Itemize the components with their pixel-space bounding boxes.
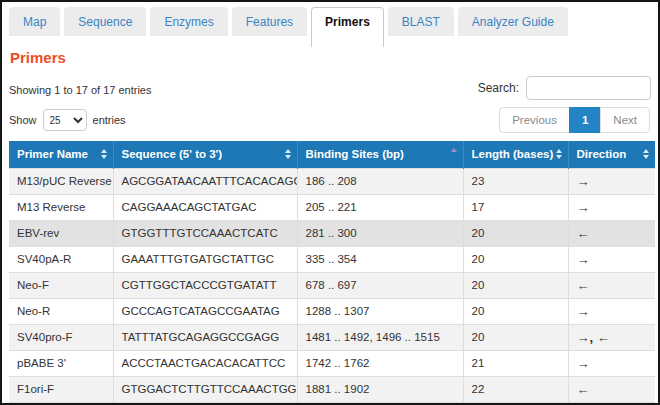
cell-sequence: TATTTATGCAGAGGCCGAGG xyxy=(113,324,297,350)
cell-primer-name: Neo-F xyxy=(9,272,113,298)
tab-map[interactable]: Map xyxy=(9,7,60,36)
cell-direction: ← xyxy=(568,220,655,246)
table-row[interactable]: SV40pro-FTATTTATGCAGAGGCCGAGG1481 .. 149… xyxy=(9,324,655,350)
table-row[interactable]: Neo-RGCCCAGTCATAGCCGAATAG1288 .. 130720→ xyxy=(9,298,655,324)
previous-page-button[interactable]: Previous xyxy=(499,107,570,133)
cell-sequence: GCCCAGTCATAGCCGAATAG xyxy=(113,298,297,324)
column-label: Sequence (5' to 3') xyxy=(122,148,223,160)
cell-direction: → xyxy=(568,350,655,376)
cell-direction: → xyxy=(568,168,655,194)
page-1-button[interactable]: 1 xyxy=(569,107,601,133)
table-row[interactable]: M13 ReverseCAGGAAACAGCTATGAC205 .. 22117… xyxy=(9,194,655,220)
cell-length: 17 xyxy=(463,194,568,220)
cell-primer-name: F1ori-F xyxy=(9,376,113,402)
tab-enzymes[interactable]: Enzymes xyxy=(150,7,227,36)
cell-primer-name: M13 Reverse xyxy=(9,194,113,220)
cell-binding-sites: 1742 .. 1762 xyxy=(297,350,463,376)
cell-direction: ← xyxy=(568,272,655,298)
cell-binding-sites: 186 .. 208 xyxy=(297,168,463,194)
cell-length: 20 xyxy=(463,272,568,298)
table-row[interactable]: F1ori-FGTGGACTCTTGTTCCAAACTGG1881 .. 190… xyxy=(9,376,655,402)
column-header-primer-name[interactable]: Primer Name xyxy=(9,141,113,168)
cell-sequence: CGTTGGCTACCCGTGATATT xyxy=(113,272,297,298)
page-title: Primers xyxy=(10,49,651,66)
tab-primers[interactable]: Primers xyxy=(311,7,384,47)
cell-length: 23 xyxy=(463,168,568,194)
table-row[interactable]: Neo-FCGTTGGCTACCCGTGATATT678 .. 69720← xyxy=(9,272,655,298)
cell-direction: →, ← xyxy=(568,324,655,350)
column-label: Direction xyxy=(577,148,627,160)
cell-length: 20 xyxy=(463,298,568,324)
cell-sequence: CAGGAAACAGCTATGAC xyxy=(113,194,297,220)
search-input[interactable] xyxy=(526,76,651,100)
cell-primer-name: EBV-rev xyxy=(9,220,113,246)
primers-table-body: M13/pUC ReverseAGCGGATAACAATTTCACACAGG18… xyxy=(9,168,655,405)
cell-binding-sites: 678 .. 697 xyxy=(297,272,463,298)
cell-direction: → xyxy=(568,298,655,324)
sort-icon xyxy=(285,149,291,159)
table-row[interactable]: pBABE 3'ACCCTAACTGACACACATTCC1742 .. 176… xyxy=(9,350,655,376)
tab-features[interactable]: Features xyxy=(232,7,307,36)
cell-sequence: GTGGTTTGTCCAAACTCATC xyxy=(113,220,297,246)
tab-analyzer-guide[interactable]: Analyzer Guide xyxy=(458,7,568,36)
cell-binding-sites: 1481 .. 1492, 1496 .. 1515 xyxy=(297,324,463,350)
entries-label: entries xyxy=(93,114,126,126)
cell-length: 20 xyxy=(463,324,568,350)
cell-primer-name: Neo-R xyxy=(9,298,113,324)
cell-binding-sites: 1288 .. 1307 xyxy=(297,298,463,324)
entries-info: Showing 1 to 17 of 17 entries xyxy=(9,84,151,96)
analyzer-window: MapSequenceEnzymesFeaturesPrimersBLASTAn… xyxy=(0,0,660,405)
column-header-direction[interactable]: Direction xyxy=(568,141,655,168)
sort-asc-icon xyxy=(451,148,457,158)
cell-binding-sites: 335 .. 354 xyxy=(297,246,463,272)
sort-icon xyxy=(643,149,649,159)
cell-binding-sites: 205 .. 221 xyxy=(297,194,463,220)
cell-primer-name: M13/pUC Reverse xyxy=(9,168,113,194)
cell-length: 20 xyxy=(463,220,568,246)
cell-binding-sites: 281 .. 300 xyxy=(297,220,463,246)
cell-direction: → xyxy=(568,194,655,220)
column-header-sequence[interactable]: Sequence (5' to 3') xyxy=(113,141,297,168)
column-header-binding-sites[interactable]: Binding Sites (bp) xyxy=(297,141,463,168)
column-header-length[interactable]: Length (bases) xyxy=(463,141,568,168)
show-label: Show xyxy=(9,114,37,126)
sort-icon xyxy=(101,149,107,159)
next-page-button[interactable]: Next xyxy=(600,107,650,133)
cell-sequence: GTGGACTCTTGTTCCAAACTGG xyxy=(113,376,297,402)
cell-direction: ← xyxy=(568,376,655,402)
cell-binding-sites: 1881 .. 1902 xyxy=(297,376,463,402)
pagination: Previous 1 Next xyxy=(500,107,650,133)
table-row[interactable]: SV40pA-RGAAATTTGTGATGCTATTGC335 .. 35420… xyxy=(9,246,655,272)
cell-sequence: AGCGGATAACAATTTCACACAGG xyxy=(113,168,297,194)
primers-table: Primer Name Sequence (5' to 3') Binding … xyxy=(9,141,655,405)
table-row[interactable]: EBV-revGTGGTTTGTCCAAACTCATC281 .. 30020← xyxy=(9,220,655,246)
page-size-select[interactable]: 25 xyxy=(43,109,87,131)
cell-primer-name: pBABE 3' xyxy=(9,350,113,376)
cell-direction: → xyxy=(568,246,655,272)
cell-length: 21 xyxy=(463,350,568,376)
search-label: Search: xyxy=(478,81,519,95)
primers-panel: Primers Showing 1 to 17 of 17 entries Se… xyxy=(2,41,658,405)
tab-sequence[interactable]: Sequence xyxy=(64,7,146,36)
cell-primer-name: SV40pro-F xyxy=(9,324,113,350)
cell-length: 20 xyxy=(463,246,568,272)
column-label: Length (bases) xyxy=(472,148,554,160)
cell-sequence: ACCCTAACTGACACACATTCC xyxy=(113,350,297,376)
tab-bar: MapSequenceEnzymesFeaturesPrimersBLASTAn… xyxy=(2,2,658,41)
cell-sequence: GAAATTTGTGATGCTATTGC xyxy=(113,246,297,272)
cell-primer-name: SV40pA-R xyxy=(9,246,113,272)
column-label: Binding Sites (bp) xyxy=(306,148,404,160)
column-label: Primer Name xyxy=(17,148,88,160)
sort-icon xyxy=(556,149,562,159)
cell-length: 22 xyxy=(463,376,568,402)
tab-blast[interactable]: BLAST xyxy=(388,7,454,36)
table-row[interactable]: M13/pUC ReverseAGCGGATAACAATTTCACACAGG18… xyxy=(9,168,655,194)
